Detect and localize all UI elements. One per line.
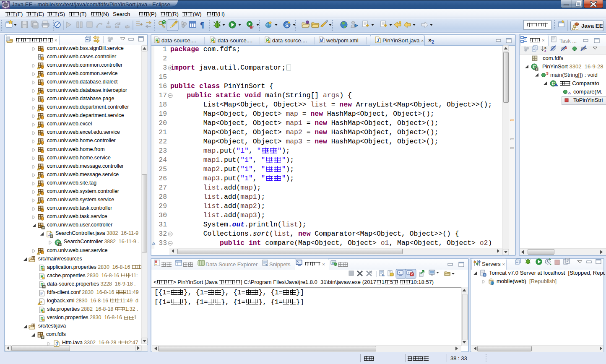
svg-text:M: M — [320, 38, 323, 43]
svg-text:S: S — [546, 71, 549, 75]
svg-text:z: z — [544, 49, 546, 52]
